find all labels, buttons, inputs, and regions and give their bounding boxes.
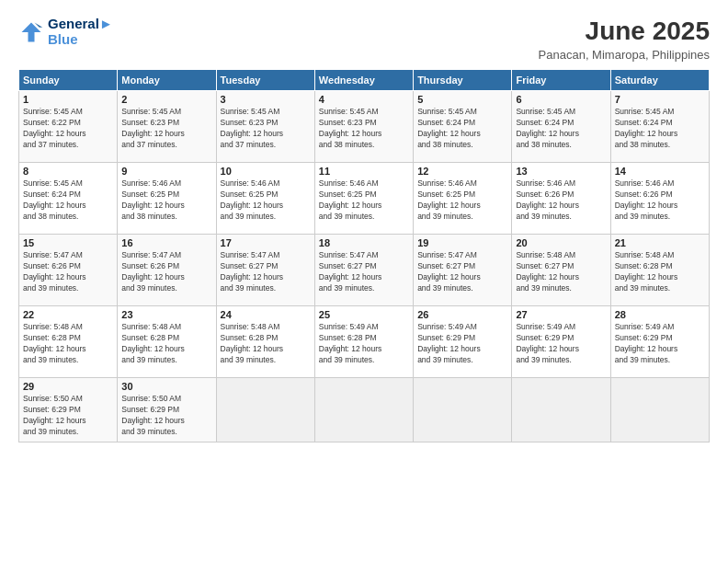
logo-icon (18, 19, 44, 45)
subtitle: Panacan, Mimaropa, Philippines (539, 48, 710, 62)
day-info: Sunrise: 5:45 AM Sunset: 6:24 PM Dayligh… (615, 107, 705, 151)
calendar-cell: 18Sunrise: 5:47 AM Sunset: 6:27 PM Dayli… (314, 235, 413, 306)
day-number: 21 (615, 237, 705, 248)
day-number: 20 (516, 237, 606, 248)
calendar-cell: 3Sunrise: 5:45 AM Sunset: 6:23 PM Daylig… (216, 91, 314, 163)
calendar-cell (414, 378, 512, 442)
day-number: 22 (23, 309, 113, 320)
calendar-cell: 29Sunrise: 5:50 AM Sunset: 6:29 PM Dayli… (19, 378, 118, 442)
day-info: Sunrise: 5:46 AM Sunset: 6:25 PM Dayligh… (319, 178, 409, 223)
col-sunday: Sunday (19, 70, 118, 91)
day-number: 7 (615, 94, 705, 105)
day-info: Sunrise: 5:45 AM Sunset: 6:24 PM Dayligh… (23, 178, 113, 223)
calendar-cell: 15Sunrise: 5:47 AM Sunset: 6:26 PM Dayli… (19, 235, 118, 306)
day-number: 11 (319, 166, 409, 177)
calendar-cell: 17Sunrise: 5:47 AM Sunset: 6:27 PM Dayli… (216, 235, 314, 306)
day-info: Sunrise: 5:45 AM Sunset: 6:22 PM Dayligh… (23, 107, 113, 151)
day-info: Sunrise: 5:45 AM Sunset: 6:23 PM Dayligh… (221, 107, 311, 151)
calendar-cell: 14Sunrise: 5:46 AM Sunset: 6:26 PM Dayli… (610, 163, 709, 235)
calendar-cell: 26Sunrise: 5:49 AM Sunset: 6:29 PM Dayli… (414, 306, 512, 378)
calendar-cell: 5Sunrise: 5:45 AM Sunset: 6:24 PM Daylig… (414, 91, 512, 163)
day-number: 14 (615, 166, 705, 177)
day-number: 12 (417, 166, 507, 177)
day-number: 9 (121, 166, 211, 177)
calendar-row: 1Sunrise: 5:45 AM Sunset: 6:22 PM Daylig… (19, 91, 710, 163)
calendar-cell: 30Sunrise: 5:50 AM Sunset: 6:29 PM Dayli… (118, 378, 216, 442)
calendar-cell: 25Sunrise: 5:49 AM Sunset: 6:28 PM Dayli… (314, 306, 413, 378)
day-info: Sunrise: 5:48 AM Sunset: 6:28 PM Dayligh… (221, 322, 311, 366)
calendar-cell: 7Sunrise: 5:45 AM Sunset: 6:24 PM Daylig… (610, 91, 709, 163)
svg-marker-1 (35, 22, 43, 27)
calendar-cell (610, 378, 709, 442)
day-number: 13 (516, 166, 606, 177)
calendar-cell: 20Sunrise: 5:48 AM Sunset: 6:27 PM Dayli… (512, 235, 610, 306)
day-info: Sunrise: 5:47 AM Sunset: 6:26 PM Dayligh… (121, 250, 211, 294)
day-number: 2 (121, 94, 211, 105)
calendar: Sunday Monday Tuesday Wednesday Thursday… (18, 69, 710, 442)
day-number: 27 (516, 309, 606, 320)
calendar-cell: 10Sunrise: 5:46 AM Sunset: 6:25 PM Dayli… (216, 163, 314, 235)
col-saturday: Saturday (610, 70, 709, 91)
day-number: 25 (319, 309, 409, 320)
calendar-row: 29Sunrise: 5:50 AM Sunset: 6:29 PM Dayli… (19, 378, 710, 442)
logo-text: General► Blue (48, 17, 113, 47)
day-info: Sunrise: 5:47 AM Sunset: 6:27 PM Dayligh… (417, 250, 507, 294)
calendar-cell: 24Sunrise: 5:48 AM Sunset: 6:28 PM Dayli… (216, 306, 314, 378)
day-number: 26 (417, 309, 507, 320)
col-wednesday: Wednesday (314, 70, 413, 91)
day-info: Sunrise: 5:47 AM Sunset: 6:27 PM Dayligh… (319, 250, 409, 294)
day-number: 8 (23, 166, 113, 177)
day-info: Sunrise: 5:45 AM Sunset: 6:24 PM Dayligh… (516, 107, 606, 151)
day-number: 18 (319, 237, 409, 248)
day-info: Sunrise: 5:46 AM Sunset: 6:25 PM Dayligh… (417, 178, 507, 223)
day-number: 16 (121, 237, 211, 248)
calendar-cell: 4Sunrise: 5:45 AM Sunset: 6:23 PM Daylig… (314, 91, 413, 163)
title-block: June 2025 Panacan, Mimaropa, Philippines (539, 17, 710, 62)
calendar-row: 22Sunrise: 5:48 AM Sunset: 6:28 PM Dayli… (19, 306, 710, 378)
day-info: Sunrise: 5:49 AM Sunset: 6:28 PM Dayligh… (319, 322, 409, 366)
col-tuesday: Tuesday (216, 70, 314, 91)
calendar-cell (314, 378, 413, 442)
logo: General► Blue (18, 17, 113, 47)
day-info: Sunrise: 5:49 AM Sunset: 6:29 PM Dayligh… (615, 322, 705, 366)
day-number: 30 (121, 381, 211, 392)
calendar-cell (216, 378, 314, 442)
col-friday: Friday (512, 70, 610, 91)
day-info: Sunrise: 5:48 AM Sunset: 6:28 PM Dayligh… (121, 322, 211, 366)
calendar-cell: 23Sunrise: 5:48 AM Sunset: 6:28 PM Dayli… (118, 306, 216, 378)
calendar-cell: 21Sunrise: 5:48 AM Sunset: 6:28 PM Dayli… (610, 235, 709, 306)
day-number: 6 (516, 94, 606, 105)
calendar-cell: 11Sunrise: 5:46 AM Sunset: 6:25 PM Dayli… (314, 163, 413, 235)
day-info: Sunrise: 5:47 AM Sunset: 6:27 PM Dayligh… (221, 250, 311, 294)
calendar-cell: 9Sunrise: 5:46 AM Sunset: 6:25 PM Daylig… (118, 163, 216, 235)
day-number: 29 (23, 381, 113, 392)
day-info: Sunrise: 5:50 AM Sunset: 6:29 PM Dayligh… (121, 394, 211, 438)
day-info: Sunrise: 5:45 AM Sunset: 6:24 PM Dayligh… (417, 107, 507, 151)
day-info: Sunrise: 5:47 AM Sunset: 6:26 PM Dayligh… (23, 250, 113, 294)
calendar-cell: 16Sunrise: 5:47 AM Sunset: 6:26 PM Dayli… (118, 235, 216, 306)
day-info: Sunrise: 5:46 AM Sunset: 6:25 PM Dayligh… (121, 178, 211, 223)
calendar-row: 8Sunrise: 5:45 AM Sunset: 6:24 PM Daylig… (19, 163, 710, 235)
calendar-header-row: Sunday Monday Tuesday Wednesday Thursday… (19, 70, 710, 91)
day-info: Sunrise: 5:48 AM Sunset: 6:28 PM Dayligh… (615, 250, 705, 294)
calendar-cell: 6Sunrise: 5:45 AM Sunset: 6:24 PM Daylig… (512, 91, 610, 163)
calendar-cell: 22Sunrise: 5:48 AM Sunset: 6:28 PM Dayli… (19, 306, 118, 378)
day-number: 10 (221, 166, 311, 177)
day-number: 23 (121, 309, 211, 320)
calendar-cell: 2Sunrise: 5:45 AM Sunset: 6:23 PM Daylig… (118, 91, 216, 163)
day-number: 24 (221, 309, 311, 320)
day-number: 3 (221, 94, 311, 105)
main-title: June 2025 (539, 17, 710, 46)
calendar-cell: 1Sunrise: 5:45 AM Sunset: 6:22 PM Daylig… (19, 91, 118, 163)
calendar-row: 15Sunrise: 5:47 AM Sunset: 6:26 PM Dayli… (19, 235, 710, 306)
day-number: 17 (221, 237, 311, 248)
day-info: Sunrise: 5:48 AM Sunset: 6:27 PM Dayligh… (516, 250, 606, 294)
day-info: Sunrise: 5:50 AM Sunset: 6:29 PM Dayligh… (23, 394, 113, 438)
calendar-cell: 27Sunrise: 5:49 AM Sunset: 6:29 PM Dayli… (512, 306, 610, 378)
calendar-cell: 8Sunrise: 5:45 AM Sunset: 6:24 PM Daylig… (19, 163, 118, 235)
day-number: 19 (417, 237, 507, 248)
calendar-cell: 12Sunrise: 5:46 AM Sunset: 6:25 PM Dayli… (414, 163, 512, 235)
day-number: 4 (319, 94, 409, 105)
day-info: Sunrise: 5:49 AM Sunset: 6:29 PM Dayligh… (417, 322, 507, 366)
day-number: 1 (23, 94, 113, 105)
